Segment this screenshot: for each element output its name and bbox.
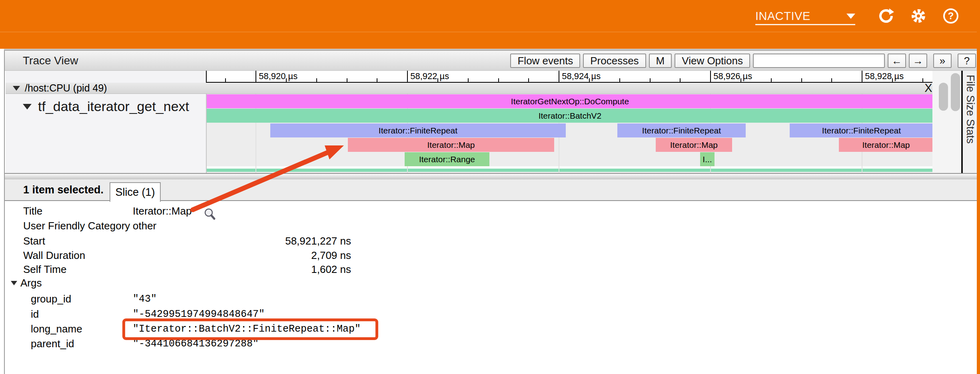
trace-view-panel: Trace View Flow eventsProcessesMView Opt… — [4, 51, 977, 179]
file-size-stats-label: File Size Stats — [964, 75, 976, 173]
detail-value: other — [133, 220, 156, 232]
collapse-triangle-icon[interactable] — [13, 86, 20, 91]
slice-details-panel: 1 item selected. Slice (1) TitleIterator… — [4, 179, 977, 374]
ruler-minor-tick — [377, 78, 377, 82]
detail-value: 2,709 ns — [133, 249, 351, 262]
trace-slice[interactable]: Iterator::Range — [405, 152, 489, 166]
detail-row: Self Time1,602 ns — [5, 263, 978, 276]
track-label-column: tf_data_iterator_get_next — [6, 94, 206, 173]
toolbar-button-m[interactable]: M — [649, 54, 672, 68]
clipped-next-row — [207, 169, 932, 172]
trace-slice[interactable]: I... — [700, 152, 715, 166]
toolbar-button-flow-events[interactable]: Flow events — [510, 54, 580, 68]
args-section-header[interactable]: Args — [5, 276, 978, 290]
trace-slice[interactable]: Iterator::FiniteRepeat — [790, 123, 932, 137]
ruler-minor-tick — [528, 78, 529, 82]
detail-value: Iterator::Map — [133, 205, 192, 217]
detail-value: 58,921,227 ns — [133, 235, 351, 247]
arg-row-long_name: long_name"Iterator::BatchV2::FiniteRepea… — [5, 322, 978, 336]
more-options-button[interactable]: » — [933, 54, 952, 68]
ruler-minor-tick — [740, 78, 741, 82]
trace-slice[interactable]: IteratorGetNextOp::DoCompute — [207, 94, 932, 108]
selection-status: 1 item selected. — [23, 179, 104, 200]
panel-vertical-scrollbar[interactable] — [951, 73, 960, 111]
toolbar-button-view-options[interactable]: View Options — [675, 54, 750, 68]
scrollbar-track-area — [932, 71, 961, 173]
ruler-tick-label: 58,920 µs — [259, 71, 297, 82]
ruler-minor-tick — [498, 78, 499, 82]
args-title: Args — [20, 277, 42, 289]
detail-label: Wall Duration — [23, 249, 85, 262]
ruler-major-tick — [710, 71, 711, 82]
arg-row-group_id: group_id"43" — [5, 292, 978, 306]
timeline-vertical-scrollbar[interactable] — [939, 83, 948, 111]
magnifier-icon[interactable] — [204, 208, 216, 222]
trace-slice-label: Iterator::FiniteRepeat — [379, 126, 457, 135]
trace-slice-label: Iterator::Map — [427, 140, 475, 150]
ruler-major-tick — [255, 71, 256, 82]
tab-slice[interactable]: Slice (1) — [110, 182, 161, 202]
chevron-down-icon — [846, 14, 855, 19]
trace-slice[interactable]: Iterator::FiniteRepeat — [270, 123, 566, 137]
arg-value: "43" — [133, 293, 157, 305]
detail-row: Start58,921,227 ns — [5, 234, 978, 248]
collapse-triangle-icon[interactable] — [11, 281, 17, 285]
find-previous-button[interactable]: ← — [888, 54, 906, 68]
trace-panel-bottom-strip — [5, 173, 978, 179]
find-input[interactable] — [753, 54, 885, 68]
ruler-minor-tick — [468, 78, 469, 82]
trace-slice[interactable]: Iterator::BatchV2 — [207, 109, 932, 123]
trace-slice-label: Iterator::Map — [670, 140, 718, 150]
detail-label: User Friendly Category — [23, 220, 130, 232]
refresh-icon[interactable] — [878, 8, 894, 24]
ruler-tick-label: 58,928 µs — [865, 71, 904, 82]
app-header-bar: INACTIVE ? — [0, 0, 980, 49]
svg-text:?: ? — [948, 10, 954, 21]
find-next-button[interactable]: → — [909, 54, 927, 68]
process-header-row[interactable]: /host:CPU (pid 49) X — [6, 83, 932, 94]
trace-slice[interactable]: Iterator::FiniteRepeat — [617, 123, 746, 137]
trace-slice[interactable]: Iterator::Map — [348, 138, 554, 152]
arg-value: "-5429951974994848647" — [133, 308, 265, 320]
help-button[interactable]: ? — [958, 54, 976, 68]
detail-row: Wall Duration2,709 ns — [5, 249, 978, 262]
ruler-minor-tick — [771, 78, 772, 82]
file-size-stats-tab[interactable]: File Size Stats — [961, 71, 978, 173]
detail-label: Title — [23, 205, 42, 217]
ruler-minor-tick — [680, 78, 681, 82]
trace-slice[interactable]: Iterator::Map — [656, 138, 732, 152]
timeline-ruler[interactable]: 58,920 µs58,922 µs58,924 µs58,926 µs58,9… — [206, 71, 932, 83]
trace-toolbar: Trace View Flow eventsProcessesMView Opt… — [5, 51, 978, 71]
help-icon[interactable]: ? — [942, 8, 959, 24]
ruler-minor-tick — [347, 78, 347, 82]
app-window: INACTIVE ? Trace View — [0, 0, 980, 374]
timeline-canvas[interactable]: IteratorGetNextOp::DoComputeIterator::Ba… — [206, 94, 932, 173]
ruler-tick-label: 58,926 µs — [713, 71, 752, 82]
ruler-minor-tick — [831, 78, 832, 82]
toolbar-button-processes[interactable]: Processes — [583, 54, 646, 68]
arg-label: group_id — [31, 293, 71, 305]
page-right-edge — [977, 0, 980, 374]
trace-slice[interactable]: Iterator::Map — [839, 138, 932, 152]
arg-label: parent_id — [31, 338, 74, 350]
arg-row-id: id"-5429951974994848647" — [5, 307, 978, 321]
track-row-toggle[interactable]: tf_data_iterator_get_next — [23, 99, 189, 114]
arg-row-parent_id: parent_id"-344106684136297288" — [5, 337, 978, 350]
detail-label: Start — [23, 235, 45, 247]
gear-icon[interactable] — [910, 8, 927, 24]
detail-value: 1,602 ns — [133, 263, 351, 276]
ruler-minor-tick — [892, 78, 893, 82]
collapse-triangle-icon[interactable] — [23, 104, 32, 109]
trace-slice-label: Iterator::FiniteRepeat — [642, 126, 721, 135]
track-label: tf_data_iterator_get_next — [38, 99, 189, 114]
detail-row: TitleIterator::Map — [5, 204, 978, 218]
trace-slice-label: IteratorGetNextOp::DoCompute — [511, 97, 629, 106]
panel-title: Trace View — [23, 51, 78, 71]
ruler-tick-label: 58,924 µs — [562, 71, 601, 82]
arg-label: id — [31, 308, 39, 320]
trace-slice-label: Iterator::BatchV2 — [539, 111, 602, 121]
trace-slice-label: Iterator::Range — [419, 155, 475, 164]
ruler-tick-label: 58,922 µs — [410, 71, 449, 82]
toolbar-buttons: Flow eventsProcessesMView Options←→»? — [510, 54, 976, 68]
run-mode-select[interactable]: INACTIVE — [755, 8, 855, 25]
